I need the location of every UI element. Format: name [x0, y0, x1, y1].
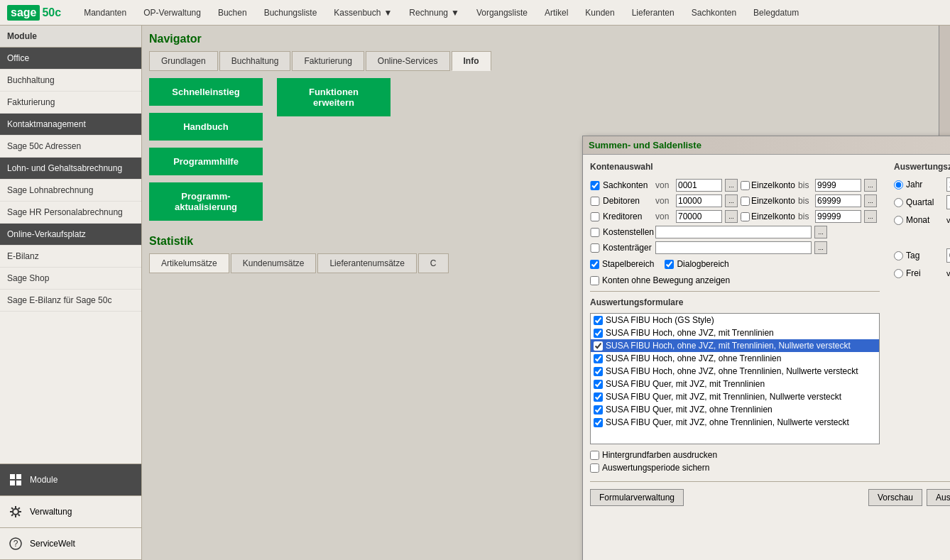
cb-konten-bewegung[interactable]: [590, 276, 599, 285]
formulare-item-3[interactable]: SUSA FIBU Hoch, ohne JVZ, ohne Trennlini…: [591, 352, 879, 365]
sidebar-bottom-module[interactable]: Module: [0, 464, 141, 496]
sidebar-item-sage-ebilanz[interactable]: Sage E-Bilanz für Sage 50c: [0, 290, 141, 312]
menu-mandanten[interactable]: Mandanten: [75, 0, 135, 26]
btn-formularverwaltung[interactable]: Formularverwaltung: [590, 489, 684, 506]
formulare-item-4[interactable]: SUSA FIBU Hoch, ohne JVZ, ohne Trennlini…: [591, 365, 879, 378]
radio-frei[interactable]: [894, 269, 903, 278]
btn-ausgabe[interactable]: Ausgabe ▼: [927, 489, 950, 506]
cb-formulare-1[interactable]: [594, 329, 603, 338]
menu-buchungsliste[interactable]: Buchungsliste: [256, 0, 326, 26]
formulare-item-0[interactable]: SUSA FIBU Hoch (GS Style): [591, 314, 879, 326]
tab-online-services[interactable]: Online-Services: [366, 51, 450, 71]
sidebar-item-kontaktmanagement[interactable]: Kontaktmanagement: [0, 114, 141, 136]
sidebar-item-ebilanz[interactable]: E-Bilanz: [0, 246, 141, 268]
btn-debitoren-von-dots[interactable]: ...: [725, 194, 738, 207]
cb-formulare-8[interactable]: [594, 418, 603, 427]
radio-jahr[interactable]: [894, 180, 903, 190]
menu-kassenbuch[interactable]: Kassenbuch ▼: [325, 0, 400, 26]
menu-buchen[interactable]: Buchen: [209, 0, 256, 26]
btn-kreditoren-von-dots[interactable]: ...: [725, 210, 738, 223]
menu-kunden[interactable]: Kunden: [577, 0, 623, 26]
cb-formulare-5[interactable]: [594, 380, 603, 389]
cb-formulare-2[interactable]: [594, 341, 603, 351]
cb-dialogbereich[interactable]: [665, 260, 674, 269]
formulare-item-1[interactable]: SUSA FIBU Hoch, ohne JVZ, mit Trennlinie…: [591, 326, 879, 339]
btn-funktionen-erweitern[interactable]: Funktionen erweitern: [277, 78, 391, 116]
cb-formulare-3[interactable]: [594, 354, 603, 363]
input-sachkonten-von[interactable]: [676, 179, 722, 192]
cb-kreditoren-einzelkonto[interactable]: [741, 212, 750, 221]
input-jahr[interactable]: [946, 177, 950, 192]
btn-programm-aktualisierung[interactable]: Programm- aktualisierung: [149, 182, 263, 221]
formulare-item-2[interactable]: SUSA FIBU Hoch, ohne JVZ, mit Trennlinie…: [591, 339, 879, 352]
tab-info[interactable]: Info: [452, 51, 491, 71]
tab-artikelumsaetze[interactable]: Artikelumsätze: [149, 253, 229, 273]
btn-sachkonten-bis-dots[interactable]: ...: [864, 179, 877, 192]
cb-kostentraeger[interactable]: [590, 243, 600, 253]
menu-sachkonten[interactable]: Sachkonten: [683, 0, 745, 26]
sidebar-item-sage-shop[interactable]: Sage Shop: [0, 268, 141, 290]
formulare-item-7[interactable]: SUSA FIBU Quer, mit JVZ, ohne Trennlinie…: [591, 403, 879, 416]
cb-kreditoren[interactable]: [590, 212, 600, 221]
cb-debitoren-einzelkonto[interactable]: [741, 197, 750, 206]
menu-vorgangsliste[interactable]: Vorgangsliste: [468, 0, 536, 26]
input-kreditoren-von[interactable]: [676, 210, 722, 223]
input-debitoren-von[interactable]: [676, 194, 722, 207]
tab-fakturierung[interactable]: Fakturierung: [292, 51, 364, 71]
cb-sachkonten[interactable]: [590, 181, 600, 190]
menu-artikel[interactable]: Artikel: [536, 0, 577, 26]
formulare-item-8[interactable]: SUSA FIBU Quer, mit JVZ, ohne Trennlinie…: [591, 416, 879, 429]
menu-lieferanten[interactable]: Lieferanten: [623, 0, 683, 26]
cb-kostenstellen[interactable]: [590, 228, 600, 237]
formulare-listbox[interactable]: SUSA FIBU Hoch (GS Style) SUSA FIBU Hoch…: [590, 313, 880, 444]
input-kreditoren-bis[interactable]: [815, 210, 861, 223]
sidebar-bottom-servicewelt[interactable]: ? ServiceWelt: [0, 528, 141, 560]
select-quartal[interactable]: 1. 2. 3. 4.: [946, 195, 950, 209]
menu-belegdatum[interactable]: Belegdatum: [745, 0, 807, 26]
sidebar-item-sage-hr[interactable]: Sage HR Personalabrechnung: [0, 202, 141, 224]
sidebar-item-buchhaltung[interactable]: Buchhaltung: [0, 70, 141, 92]
input-kostentraeger[interactable]: [655, 241, 812, 254]
cb-hintergrundfarben[interactable]: [590, 451, 599, 460]
tab-grundlagen[interactable]: Grundlagen: [149, 51, 218, 71]
tab-buchhaltung[interactable]: Buchhaltung: [219, 51, 291, 71]
tab-c[interactable]: C: [418, 253, 449, 273]
input-tag[interactable]: [946, 248, 950, 263]
btn-programmhilfe[interactable]: Programmhilfe: [149, 148, 263, 175]
input-kostenstellen[interactable]: [655, 226, 812, 238]
menu-rechnung[interactable]: Rechnung ▼: [400, 0, 468, 26]
btn-vorschau[interactable]: Vorschau: [868, 489, 922, 506]
btn-sachkonten-von-dots[interactable]: ...: [725, 179, 738, 192]
btn-debitoren-bis-dots[interactable]: ...: [864, 194, 877, 207]
sidebar-item-fakturierung[interactable]: Fakturierung: [0, 92, 141, 114]
btn-schnelleinstieg[interactable]: Schnelleinstieg: [149, 78, 263, 106]
cb-formulare-0[interactable]: [594, 316, 603, 325]
cb-formulare-6[interactable]: [594, 392, 603, 402]
radio-quartal[interactable]: [894, 198, 903, 207]
sidebar-item-online-verkauf[interactable]: Online-Verkaufsplatz: [0, 224, 141, 246]
sidebar-item-office[interactable]: Office: [0, 48, 141, 70]
tab-lieferantenumsaetze[interactable]: Lieferantenumsätze: [317, 253, 416, 273]
input-debitoren-bis[interactable]: [815, 194, 861, 207]
formulare-item-5[interactable]: SUSA FIBU Quer, mit JVZ, mit Trennlinien: [591, 378, 879, 390]
sidebar-bottom-verwaltung[interactable]: Verwaltung: [0, 496, 141, 528]
btn-handbuch[interactable]: Handbuch: [149, 113, 263, 141]
sidebar-item-sage50c-adressen[interactable]: Sage 50c Adressen: [0, 136, 141, 158]
cb-debitoren[interactable]: [590, 197, 600, 206]
sidebar-item-lohn[interactable]: Lohn- und Gehaltsabrechnung: [0, 158, 141, 180]
input-sachkonten-bis[interactable]: [815, 179, 861, 192]
formulare-item-6[interactable]: SUSA FIBU Quer, mit JVZ, mit Trennlinien…: [591, 390, 879, 403]
menu-op-verwaltung[interactable]: OP-Verwaltung: [135, 0, 209, 26]
tab-kundenumsaetze[interactable]: Kundenumsätze: [231, 253, 317, 273]
radio-tag[interactable]: [894, 251, 903, 260]
sidebar-item-sage-lohn[interactable]: Sage Lohnabrechnung: [0, 180, 141, 202]
cb-formulare-4[interactable]: [594, 367, 603, 376]
cb-formulare-7[interactable]: [594, 405, 603, 414]
btn-kostentraeger-dots[interactable]: ...: [814, 241, 827, 254]
btn-kreditoren-bis-dots[interactable]: ...: [864, 210, 877, 223]
cb-sachkonten-einzelkonto[interactable]: [741, 181, 750, 190]
cb-auswertungsperiode[interactable]: [590, 463, 599, 473]
btn-kostenstellen-dots[interactable]: ...: [814, 226, 827, 238]
cb-stapelbereich[interactable]: [590, 260, 599, 269]
radio-monat[interactable]: [894, 216, 903, 225]
